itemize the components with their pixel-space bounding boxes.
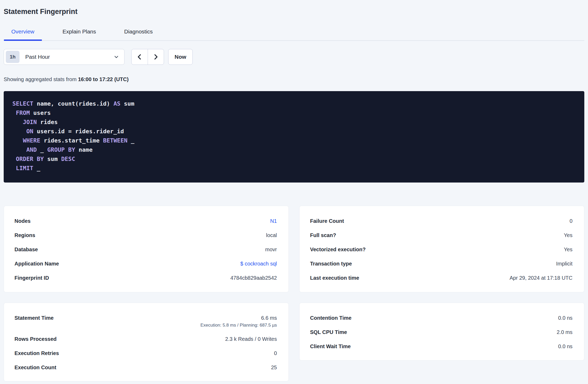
row-value-wrap: 25 — [271, 364, 277, 371]
card-row: Application Name$ cockroach sql — [14, 257, 277, 271]
row-label: Vectorized execution? — [310, 246, 366, 253]
statement-details-card: NodesN1RegionslocalDatabasemovrApplicati… — [4, 206, 289, 292]
card-row: Execution Retries0 — [14, 346, 277, 360]
sql-statement-box: SELECT name, count(rides.id) AS sum FROM… — [4, 91, 584, 183]
row-value-wrap: local — [266, 232, 277, 239]
time-stats-card: Contention Time0.0 nsSQL CPU Time2.0 msC… — [299, 303, 584, 361]
row-label: Failure Count — [310, 218, 344, 224]
interval-badge: 1h — [6, 51, 19, 63]
sql-keyword: AS — [113, 100, 121, 107]
card-row: Last execution timeApr 29, 2024 at 17:18… — [310, 271, 572, 285]
row-value-wrap: 6.6 msExecution: 5.8 ms / Planning: 687.… — [201, 314, 277, 328]
row-subvalue: Execution: 5.8 ms / Planning: 687.5 µs — [201, 322, 277, 328]
sql-keyword: DESC — [61, 156, 75, 162]
card-row: Rows Processed2.3 k Reads / 0 Writes — [14, 332, 277, 346]
row-label: Contention Time — [310, 314, 351, 321]
interval-label: Past Hour — [25, 54, 114, 60]
sql-line: ON users.id = rides.rider_id — [12, 127, 576, 136]
row-value-wrap: $ cockroach sql — [240, 260, 277, 267]
now-button[interactable]: Now — [168, 49, 193, 65]
sql-text: users.id = rides.rider_id — [33, 128, 124, 135]
tab-bar: Overview Explain Plans Diagnostics — [4, 28, 584, 41]
row-value: 0.0 ns — [558, 343, 572, 350]
card-row: Client Wait Time0.0 ns — [310, 339, 572, 353]
row-value: Apr 29, 2024 at 17:18 UTC — [510, 274, 572, 281]
sql-line: WHERE rides.start_time BETWEEN _ — [12, 136, 576, 145]
row-value-link[interactable]: $ cockroach sql — [240, 260, 277, 267]
sql-line: LIMIT _ — [12, 164, 576, 173]
sql-line: SELECT name, count(rides.id) AS sum — [12, 99, 576, 108]
card-row: Regionslocal — [14, 228, 277, 242]
row-value: Yes — [564, 246, 572, 253]
sql-text: _ — [127, 137, 134, 144]
row-value: 25 — [271, 364, 277, 371]
card-row: Contention Time0.0 ns — [310, 311, 572, 325]
row-value-wrap: 0.0 ns — [558, 314, 572, 321]
page-title: Statement Fingerprint — [4, 7, 584, 16]
row-value-wrap: 0.0 ns — [558, 343, 572, 350]
row-label: Fingerprint ID — [14, 274, 49, 281]
sql-text: _ — [33, 165, 40, 171]
sql-keyword: ON — [26, 128, 33, 135]
row-label: Rows Processed — [14, 336, 57, 342]
tab-overview[interactable]: Overview — [4, 28, 42, 41]
time-interval-dropdown[interactable]: 1h Past Hour — [4, 49, 124, 65]
row-value: 2.0 ms — [557, 329, 572, 336]
row-value-wrap: 2.0 ms — [557, 329, 572, 336]
sql-keyword: AND — [26, 146, 37, 153]
row-value-link[interactable]: N1 — [270, 218, 277, 224]
sql-text: name — [75, 146, 92, 153]
tab-explain-plans-label: Explain Plans — [63, 28, 96, 35]
next-interval-button[interactable] — [148, 49, 164, 65]
sql-keyword: JOIN — [23, 119, 37, 125]
row-label: Execution Retries — [14, 350, 59, 357]
row-value-wrap: Yes — [564, 246, 572, 253]
row-label: Nodes — [14, 218, 31, 224]
interval-arrows — [131, 49, 164, 65]
row-label: SQL CPU Time — [310, 329, 347, 336]
sql-line: FROM users — [12, 108, 576, 117]
card-row: Execution Count25 — [14, 360, 277, 375]
row-value-wrap: N1 — [270, 218, 277, 224]
row-label: Statement Time — [14, 314, 54, 321]
row-value-wrap: Yes — [564, 232, 572, 239]
row-value: 4784cb829aab2542 — [230, 274, 277, 281]
summary-cards-row-1: NodesN1RegionslocalDatabasemovrApplicati… — [4, 206, 584, 292]
tab-diagnostics[interactable]: Diagnostics — [117, 28, 160, 40]
row-value-wrap: movr — [265, 246, 277, 253]
sql-text: rides.start_time — [40, 137, 103, 144]
row-value-wrap: 4784cb829aab2542 — [230, 274, 277, 281]
sql-line: AND _ GROUP BY name — [12, 145, 576, 154]
row-value-wrap: Apr 29, 2024 at 17:18 UTC — [510, 274, 572, 281]
card-row: SQL CPU Time2.0 ms — [310, 325, 572, 339]
tab-explain-plans[interactable]: Explain Plans — [55, 28, 103, 40]
sql-text: _ — [37, 146, 47, 153]
sql-keyword: FROM — [16, 110, 30, 116]
sql-keyword: SELECT — [12, 100, 33, 107]
tab-diagnostics-label: Diagnostics — [124, 28, 153, 35]
row-value: Yes — [564, 232, 572, 239]
aggregated-stats-prefix: Showing aggregated stats from — [4, 76, 78, 82]
sql-keyword: WHERE — [23, 137, 40, 144]
row-label: Last execution time — [310, 274, 359, 281]
row-value: local — [266, 232, 277, 239]
card-row: Failure Count0 — [310, 214, 572, 228]
row-value: 0 — [570, 218, 572, 224]
time-toolbar: 1h Past Hour — [4, 49, 584, 65]
card-row: Fingerprint ID4784cb829aab2542 — [14, 271, 277, 285]
row-value: 0 — [274, 350, 277, 357]
sql-text: sum — [44, 156, 61, 162]
sql-text — [12, 137, 23, 144]
aggregated-stats-line: Showing aggregated stats from 16:00 to 1… — [4, 76, 584, 83]
sql-text — [12, 165, 16, 171]
prev-interval-button[interactable] — [132, 49, 148, 65]
row-value: 0.0 ns — [558, 314, 572, 321]
card-row: Vectorized execution?Yes — [310, 242, 572, 257]
row-label: Full scan? — [310, 232, 336, 239]
tab-overview-label: Overview — [11, 28, 34, 35]
row-label: Client Wait Time — [310, 343, 351, 350]
execution-attributes-card: Failure Count0Full scan?YesVectorized ex… — [299, 206, 584, 292]
summary-cards-row-2: Statement Time6.6 msExecution: 5.8 ms / … — [4, 303, 584, 381]
chevron-down-icon — [114, 54, 119, 60]
card-row: Full scan?Yes — [310, 228, 572, 242]
